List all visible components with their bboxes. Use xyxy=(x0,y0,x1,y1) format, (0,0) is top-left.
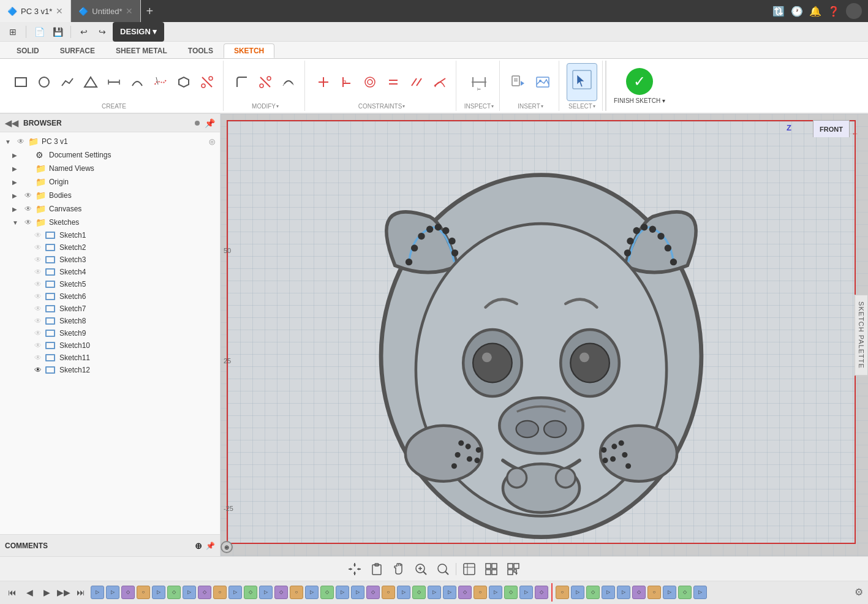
tab-close-1[interactable]: ✕ xyxy=(56,6,63,16)
timeline-prev[interactable]: ◀ xyxy=(22,585,37,600)
tree-origin[interactable]: ▶ 📁 Origin xyxy=(0,175,220,189)
timeline-item-25[interactable]: ◇ xyxy=(458,586,472,599)
root-eye[interactable]: 👁 xyxy=(16,137,26,146)
tree-sketch-3[interactable]: 👁 Sketch3 xyxy=(0,254,220,266)
sketch-eye-12[interactable]: 👁 xyxy=(33,366,43,374)
arc-tool[interactable] xyxy=(126,71,148,93)
timeline-item-28[interactable]: ◇ xyxy=(504,586,518,599)
timeline-item-9[interactable]: ○ xyxy=(213,586,227,599)
root-target-icon[interactable]: ◎ xyxy=(209,137,215,146)
bodies-eye[interactable]: 👁 xyxy=(23,191,33,200)
tree-sketch-10[interactable]: 👁 Sketch10 xyxy=(0,339,220,352)
pan-tool[interactable] xyxy=(390,561,408,578)
timeline-settings-icon[interactable]: ⚙ xyxy=(855,586,863,598)
zoom-in-tool[interactable] xyxy=(412,561,430,578)
display-mode-tool[interactable] xyxy=(460,561,478,578)
comments-pin-icon[interactable]: 📌 xyxy=(206,542,215,550)
timeline-item-22[interactable]: ◇ xyxy=(412,586,426,599)
parallel-constraint[interactable] xyxy=(406,71,428,93)
timeline-item-39[interactable]: ◇ xyxy=(678,586,692,599)
tab-sketch[interactable]: SKETCH xyxy=(224,43,274,58)
timeline-item-32[interactable]: ▷ xyxy=(571,586,584,599)
timeline-item-26[interactable]: ○ xyxy=(474,586,487,599)
zoom-tool[interactable] xyxy=(434,561,452,578)
sketch-eye-10[interactable]: 👁 xyxy=(33,341,43,350)
tab-tools[interactable]: TOOLS xyxy=(178,43,224,58)
timeline-item-18[interactable]: ▷ xyxy=(351,586,364,599)
concentric-constraint[interactable] xyxy=(359,71,381,93)
timeline-item-2[interactable]: ▷ xyxy=(106,586,119,599)
canvases-eye[interactable]: 👁 xyxy=(23,205,33,213)
tree-sketch-1[interactable]: 👁 Sketch1 xyxy=(0,229,220,241)
timeline-play[interactable]: ▶ xyxy=(39,585,54,600)
timeline-item-3[interactable]: ◇ xyxy=(121,586,135,599)
tree-sketches[interactable]: ▼ 👁 📁 Sketches xyxy=(0,216,220,229)
view-cube-face[interactable]: FRONT xyxy=(813,120,850,137)
tab-sheet-metal[interactable]: SHEET METAL xyxy=(105,43,178,58)
tree-canvases[interactable]: ▶ 👁 📁 Canvases xyxy=(0,202,220,216)
timeline-item-30[interactable]: ◇ xyxy=(535,586,548,599)
timeline-item-1[interactable]: ▷ xyxy=(91,586,104,599)
line-tool[interactable] xyxy=(56,71,78,93)
rectangle-tool[interactable] xyxy=(10,71,32,93)
trim-tool[interactable] xyxy=(196,71,218,93)
tab-surface[interactable]: SURFACE xyxy=(50,43,105,58)
timeline-item-21[interactable]: ▷ xyxy=(397,586,410,599)
tree-sketch-2[interactable]: 👁 Sketch2 xyxy=(0,241,220,254)
help-icon[interactable]: ❓ xyxy=(828,6,840,17)
tree-sketch-7[interactable]: 👁 Sketch7 xyxy=(0,303,220,315)
new-tab-button[interactable]: + xyxy=(141,4,158,18)
timeline-item-11[interactable]: ◇ xyxy=(244,586,257,599)
clipboard-tool[interactable] xyxy=(368,561,386,578)
trim2-tool[interactable] xyxy=(254,71,276,93)
timeline-item-35[interactable]: ▷ xyxy=(617,586,630,599)
timeline-item-40[interactable]: ▷ xyxy=(693,586,707,599)
sketch-eye-11[interactable]: 👁 xyxy=(33,353,43,362)
timeline-item-17[interactable]: ▷ xyxy=(336,586,349,599)
user-avatar[interactable] xyxy=(846,3,862,19)
sketch-eye-3[interactable]: 👁 xyxy=(33,255,43,264)
grid-button[interactable]: ⊞ xyxy=(5,24,21,40)
timeline-item-10[interactable]: ▷ xyxy=(228,586,242,599)
browser-collapse-icon[interactable]: ◀◀ xyxy=(5,118,18,128)
timeline-item-36[interactable]: ◇ xyxy=(632,586,646,599)
tab-solid[interactable]: SOLID xyxy=(6,43,50,58)
view-cube[interactable]: Z FRONT ← xyxy=(813,120,850,157)
timeline-item-34[interactable]: ▷ xyxy=(602,586,615,599)
offset-tool[interactable] xyxy=(277,71,300,93)
equal-constraint[interactable] xyxy=(382,71,404,93)
tree-named-views[interactable]: ▶ 📁 Named Views xyxy=(0,162,220,175)
timeline-item-5[interactable]: ▷ xyxy=(152,586,165,599)
redo-button[interactable]: ↪ xyxy=(94,24,110,40)
timeline-item-14[interactable]: ○ xyxy=(290,586,303,599)
tab-pc3v1[interactable]: 🔷 PC 3 v1* ✕ xyxy=(0,0,71,22)
select-tool[interactable] xyxy=(567,63,597,101)
timeline-item-16[interactable]: ◇ xyxy=(320,586,334,599)
timeline-next[interactable]: ▶▶ xyxy=(56,585,71,600)
timeline-item-24[interactable]: ▷ xyxy=(443,586,456,599)
timeline-item-27[interactable]: ▷ xyxy=(489,586,502,599)
insert-tool2[interactable] xyxy=(532,71,554,93)
triangle-tool[interactable] xyxy=(80,71,102,93)
tree-sketch-5[interactable]: 👁 Sketch5 xyxy=(0,278,220,290)
sketch-eye-4[interactable]: 👁 xyxy=(33,268,43,276)
tab-untitled[interactable]: 🔷 Untitled* ✕ xyxy=(71,0,141,22)
save-button[interactable]: 💾 xyxy=(50,24,66,40)
circle-tool[interactable] xyxy=(33,71,55,93)
tree-sketch-4[interactable]: 👁 Sketch4 xyxy=(0,266,220,278)
finish-sketch-button[interactable]: ✓ FINISH SKETCH ▾ xyxy=(605,61,673,111)
grid-tool[interactable] xyxy=(482,561,500,578)
tree-root[interactable]: ▼ 👁 📁 PC 3 v1 ◎ xyxy=(0,135,220,148)
browser-pin-icon[interactable]: 📌 xyxy=(205,118,215,128)
perpendicular-constraint[interactable] xyxy=(336,71,358,93)
timeline-item-23[interactable]: ▷ xyxy=(428,586,441,599)
sketch-eye-9[interactable]: 👁 xyxy=(33,329,43,338)
dimension-tool[interactable] xyxy=(103,71,125,93)
timeline-item-29[interactable]: ▷ xyxy=(519,586,533,599)
timeline-item-15[interactable]: ▷ xyxy=(305,586,319,599)
sketch-eye-7[interactable]: 👁 xyxy=(33,304,43,313)
sketch-palette-tab[interactable]: SKETCH PALETTE xyxy=(855,295,868,376)
timeline-item-19[interactable]: ◇ xyxy=(366,586,380,599)
insert-tool1[interactable] xyxy=(507,71,529,93)
timeline-item-6[interactable]: ◇ xyxy=(167,586,181,599)
